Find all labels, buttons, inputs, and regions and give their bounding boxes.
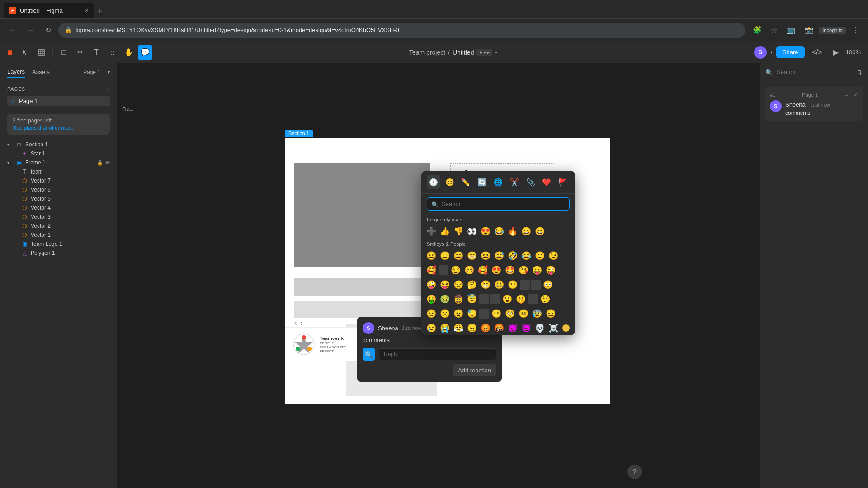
emoji-smirk[interactable]: 😏 xyxy=(449,264,462,277)
avatar-dropdown[interactable]: ▾ xyxy=(770,50,773,55)
help-button[interactable]: ? xyxy=(627,465,642,479)
skin-tone-selector[interactable] xyxy=(562,324,570,332)
layer-item-vector6[interactable]: ⬡ Vector 6 xyxy=(0,185,117,194)
emoji-relieved[interactable]: 😊 xyxy=(463,264,476,277)
reaction-emoji-button[interactable]: 🔍 xyxy=(363,348,375,361)
emoji-placeholder-7[interactable] xyxy=(479,309,489,319)
layer-item-frame1[interactable]: ▾ ▣ Frame 1 🔒 👁 xyxy=(0,158,117,167)
emoji-angry[interactable]: 😠 xyxy=(466,322,478,334)
emoji-placeholder-1[interactable] xyxy=(439,265,448,275)
comment-tool[interactable]: 💬 xyxy=(138,45,152,60)
emoji-joy[interactable]: 😂 xyxy=(520,249,533,262)
emoji-tab-scissors[interactable]: ✂️ xyxy=(508,175,521,189)
menu-button[interactable]: ⋮ xyxy=(848,24,863,36)
layer-item-vector2[interactable]: ⬡ Vector 2 xyxy=(0,221,117,230)
frame-tool[interactable] xyxy=(34,45,49,60)
emoji-smile[interactable]: 😄 xyxy=(452,249,465,262)
emoji-money-mouth[interactable]: 🤑 xyxy=(425,293,438,305)
emoji-tab-pen[interactable]: ✏️ xyxy=(459,175,473,189)
emoji-slightly-smiling[interactable]: 🙂 xyxy=(533,249,546,262)
components-tool[interactable]: :: xyxy=(105,45,120,60)
emoji-fire[interactable]: 🔥 xyxy=(506,225,519,238)
emoji-star-struck[interactable]: 🥰 xyxy=(476,264,489,277)
emoji-crying[interactable]: 😢 xyxy=(425,322,438,334)
new-tab-button[interactable]: + xyxy=(94,5,106,18)
emoji-smiling-imp[interactable]: 😈 xyxy=(506,322,519,334)
play-button[interactable]: ▶ xyxy=(830,46,842,58)
emoji-skull2[interactable]: ☠️ xyxy=(547,322,560,334)
zoom-level[interactable]: 100% xyxy=(846,49,861,56)
left-arrow-icon[interactable]: ‹ xyxy=(294,319,297,327)
emoji-search-input[interactable] xyxy=(427,197,570,211)
page-1-item[interactable]: ✓ Page 1 xyxy=(7,96,110,106)
emoji-tab-smileys[interactable]: 😊 xyxy=(443,175,457,189)
emoji-smiling-hearts[interactable]: 🥰 xyxy=(425,264,438,277)
emoji-placeholder-4[interactable] xyxy=(479,294,489,304)
lock-icon[interactable]: 🔒 xyxy=(97,160,103,166)
emoji-imp[interactable]: 👿 xyxy=(520,322,533,334)
emoji-heart-eyes2[interactable]: 😍 xyxy=(490,264,503,277)
emoji-worried[interactable]: 😟 xyxy=(425,307,438,320)
emoji-flushed[interactable]: 😳 xyxy=(542,278,554,291)
emoji-grinning[interactable]: 😁 xyxy=(466,249,478,262)
emoji-cowboy[interactable]: 🤠 xyxy=(452,293,465,305)
emoji-wink[interactable]: 😉 xyxy=(547,249,560,262)
move-tool[interactable] xyxy=(18,45,33,60)
cast-button[interactable]: 📺 xyxy=(783,24,799,36)
emoji-placeholder-2[interactable] xyxy=(520,280,530,290)
emoji-steam[interactable]: 😤 xyxy=(452,322,465,334)
emoji-grimacing[interactable]: 😬 xyxy=(479,278,492,291)
emoji-rage[interactable]: 😡 xyxy=(479,322,492,334)
screenshot-button[interactable]: 📸 xyxy=(801,24,817,36)
right-arrow-icon[interactable]: › xyxy=(300,319,302,327)
shape-tool[interactable]: □ xyxy=(57,45,71,60)
emoji-downcast-sweat[interactable]: 😓 xyxy=(466,307,478,320)
emoji-thumbsdown[interactable]: 👎 xyxy=(452,225,465,238)
share-button[interactable]: Share xyxy=(776,46,805,58)
tab-close-button[interactable]: × xyxy=(85,7,89,14)
emoji-unamused[interactable]: 😒 xyxy=(452,278,465,291)
emoji-slightly-frowning[interactable]: 🙁 xyxy=(439,307,451,320)
emoji-thinking[interactable]: 🤔 xyxy=(466,278,478,291)
emoji-nauseated[interactable]: 🤢 xyxy=(439,293,451,305)
pen-tool[interactable]: ✏ xyxy=(73,45,87,60)
assets-tab[interactable]: Assets xyxy=(32,67,50,77)
team-project-label[interactable]: Team project xyxy=(409,49,445,56)
emoji-innocent[interactable]: 😇 xyxy=(466,293,478,305)
extensions-button[interactable]: 🧩 xyxy=(749,24,765,36)
emoji-loudly-crying[interactable]: 😭 xyxy=(439,322,451,334)
reload-button[interactable]: ↻ xyxy=(42,24,55,36)
emoji-skull[interactable]: 💀 xyxy=(533,322,546,334)
emoji-placeholder-6[interactable] xyxy=(528,294,538,304)
reply-input[interactable]: Reply xyxy=(379,348,496,360)
emoji-laughsquint[interactable]: 😆 xyxy=(533,225,546,238)
layer-item-vector5[interactable]: ⬡ Vector 5 xyxy=(0,194,117,203)
emoji-grin[interactable]: 😀 xyxy=(520,225,533,238)
file-name[interactable]: Untitled xyxy=(453,49,474,56)
text-tool[interactable]: T xyxy=(89,45,104,60)
bookmark-button[interactable]: ☆ xyxy=(767,24,781,36)
hand-tool[interactable]: ✋ xyxy=(122,45,136,60)
emoji-lying[interactable]: 🤥 xyxy=(539,293,552,305)
layers-tab[interactable]: Layers xyxy=(7,66,25,78)
emoji-expressionless[interactable]: 😑 xyxy=(439,249,451,262)
emoji-neutral2[interactable]: 😐 xyxy=(506,278,519,291)
layer-item-vector4[interactable]: ⬡ Vector 4 xyxy=(0,203,117,212)
right-search-input[interactable] xyxy=(777,69,854,75)
layer-item-vector7[interactable]: ⬡ Vector 7 xyxy=(0,176,117,185)
layer-item-teamlogo1[interactable]: ▣ Team Logo 1 xyxy=(0,239,117,249)
add-page-button[interactable]: + xyxy=(106,85,110,93)
emoji-tab-rotation[interactable]: 🔄 xyxy=(475,175,489,189)
code-view-button[interactable]: </> xyxy=(808,47,826,58)
sort-icon[interactable]: ⇅ xyxy=(857,69,863,76)
emoji-no-mouth[interactable]: 😶 xyxy=(490,307,503,320)
layer-item-star1[interactable]: ✦ Star 1 xyxy=(0,149,117,158)
visibility-icon[interactable]: 👁 xyxy=(105,160,110,166)
emoji-heartseyes[interactable]: 😍 xyxy=(479,225,492,238)
see-plans-link[interactable]: See plans that offer more xyxy=(13,125,104,131)
back-button[interactable]: ← xyxy=(5,24,20,36)
emoji-placeholder-3[interactable] xyxy=(531,280,541,290)
file-dropdown-arrow[interactable]: ▾ xyxy=(495,50,497,55)
emoji-confounded[interactable]: 😖 xyxy=(544,307,557,320)
emoji-stuck-out-tongue[interactable]: 😛 xyxy=(531,264,543,277)
